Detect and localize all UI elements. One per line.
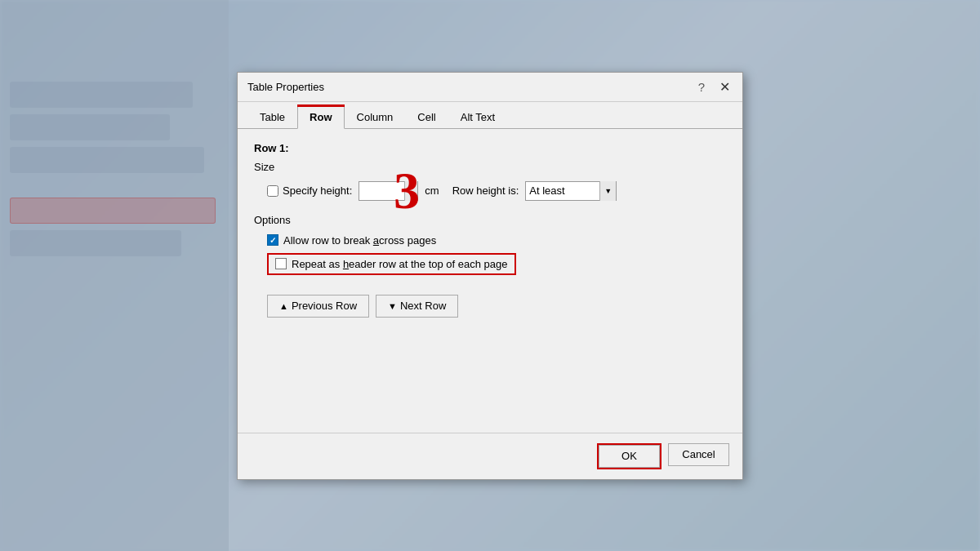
repeat-header-checkbox[interactable]: [275, 258, 287, 269]
row-label: Row 1:: [254, 142, 726, 154]
previous-arrow-icon: ▲: [279, 301, 288, 311]
options-section-title: Options: [254, 214, 726, 226]
titlebar-controls: ? ✕: [693, 78, 733, 95]
size-section-title: Size: [254, 161, 726, 173]
size-row: 3 Specify height: ▲ ▼ cm: [267, 181, 726, 201]
tab-alt-text[interactable]: Alt Text: [448, 105, 507, 129]
tab-column[interactable]: Column: [345, 105, 406, 129]
dialog-title: Table Properties: [247, 81, 324, 93]
dialog-body: Row 1: Size 3 Specify height:: [238, 129, 742, 433]
specify-height-checkbox[interactable]: [267, 185, 278, 197]
repeat-header-bordered-box: Repeat as header row at the top of each …: [267, 253, 516, 275]
height-input[interactable]: [359, 182, 404, 200]
row-height-is-label: Row height is:: [452, 184, 519, 197]
nav-buttons-group: ▲ Previous Row ▼ Next Row: [267, 295, 726, 318]
allow-break-label: Allow row to break across pages: [283, 234, 436, 247]
next-row-button[interactable]: ▼ Next Row: [376, 295, 458, 318]
repeat-header-label: Repeat as header row at the top of each …: [292, 258, 508, 270]
tab-row[interactable]: Row: [297, 105, 344, 129]
ok-button[interactable]: OK: [599, 445, 660, 468]
ok-button-wrapper: OK: [597, 443, 662, 469]
dialog-overlay: Table Properties ? ✕ Table Row Column Ce…: [0, 0, 980, 551]
dialog-titlebar: Table Properties ? ✕: [238, 73, 742, 102]
row-height-select-group: At least Exactly ▼: [525, 181, 617, 201]
allow-break-checkbox[interactable]: [267, 234, 278, 246]
previous-row-button[interactable]: ▲ Previous Row: [267, 295, 369, 318]
next-arrow-icon: ▼: [388, 301, 397, 311]
specify-height-checkbox-label[interactable]: Specify height:: [267, 184, 352, 197]
row-height-select[interactable]: At least Exactly: [526, 182, 599, 200]
help-button[interactable]: ?: [693, 78, 710, 95]
tabs-bar: Table Row Column Cell Alt Text: [238, 105, 742, 129]
height-unit-label: cm: [425, 184, 439, 197]
height-spin-buttons: ▲ ▼: [404, 181, 417, 201]
close-button[interactable]: ✕: [716, 78, 733, 95]
height-input-group: ▲ ▼: [359, 181, 418, 201]
tab-cell[interactable]: Cell: [405, 105, 448, 129]
select-arrow-icon: ▼: [599, 181, 616, 201]
cancel-button[interactable]: Cancel: [668, 443, 729, 466]
dialog-footer: OK Cancel: [238, 433, 742, 479]
option-row-2-container: Repeat as header row at the top of each …: [267, 253, 726, 275]
size-section: Size 3 Specify height: ▲ ▼: [254, 161, 726, 201]
height-spin-up[interactable]: ▲: [405, 181, 417, 191]
option-row-1: Allow row to break across pages: [267, 234, 726, 247]
height-spin-down[interactable]: ▼: [405, 191, 417, 201]
table-properties-dialog: Table Properties ? ✕ Table Row Column Ce…: [237, 72, 743, 480]
options-section: Options Allow row to break across pages …: [254, 214, 726, 318]
tab-table[interactable]: Table: [247, 105, 297, 129]
